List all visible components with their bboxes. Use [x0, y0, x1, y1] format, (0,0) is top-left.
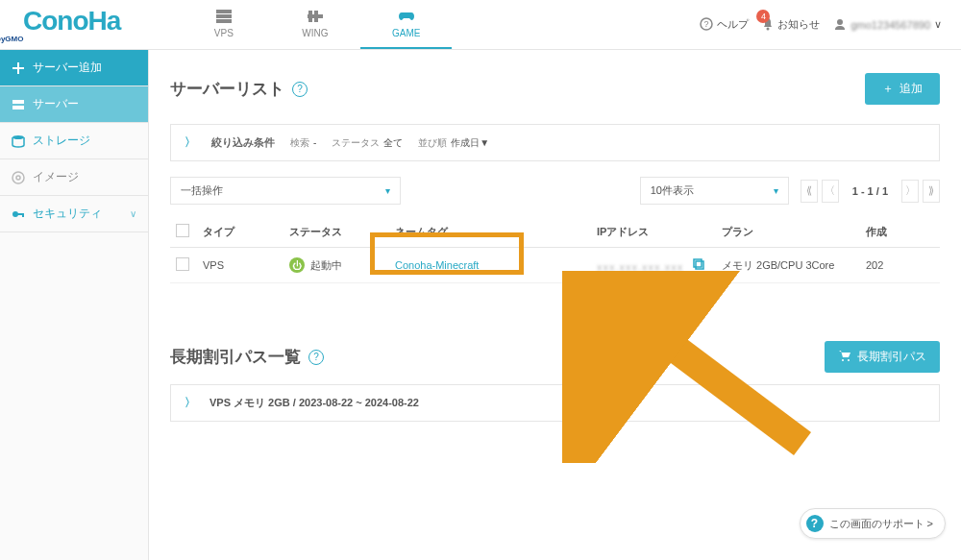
- server-icon: [12, 98, 25, 111]
- svg-rect-21: [694, 259, 702, 267]
- select-all-checkbox[interactable]: [176, 224, 189, 237]
- logo-sub: byGMO: [0, 35, 120, 43]
- svg-rect-1: [216, 14, 232, 18]
- svg-rect-20: [696, 261, 703, 269]
- svg-rect-13: [12, 106, 24, 110]
- page-first-button[interactable]: ⟪: [801, 180, 818, 203]
- sidebar-add-server[interactable]: サーバー追加: [0, 50, 148, 86]
- table-row: VPS ⏻起動中 Conoha-Minecraft xxx.xxx.xxx.xx…: [170, 248, 940, 283]
- per-page-select[interactable]: 10件表示 ▾: [640, 177, 789, 205]
- key-icon: [12, 207, 25, 221]
- tab-label: VPS: [214, 28, 234, 38]
- svg-rect-19: [22, 213, 24, 217]
- svg-rect-0: [216, 10, 232, 13]
- filter-bar[interactable]: 〉 絞り込み条件 検索- ステータス全て 並び順作成日▼: [170, 124, 940, 161]
- svg-rect-5: [308, 14, 323, 18]
- col-type: タイプ: [197, 216, 283, 248]
- logo[interactable]: ConoHa byGMO: [23, 6, 120, 43]
- svg-rect-11: [12, 67, 24, 69]
- chevron-down-icon: ▾: [774, 185, 778, 196]
- add-server-button[interactable]: ＋ 追加: [865, 73, 940, 105]
- nametag-link[interactable]: Conoha-Minecraft: [395, 259, 479, 271]
- server-table: タイプ ステータス ネームタグ IPアドレス プラン 作成 VPS ⏻起動中 C: [170, 216, 940, 283]
- notice-badge: 4: [756, 10, 770, 23]
- plus-icon: [12, 61, 25, 75]
- sidebar-item-security[interactable]: セキュリティ ∨: [0, 196, 148, 232]
- copy-icon[interactable]: [692, 261, 705, 273]
- help-icon[interactable]: ?: [292, 82, 308, 97]
- help-icon[interactable]: ?: [308, 350, 324, 365]
- svg-point-16: [16, 176, 20, 180]
- svg-point-23: [848, 359, 850, 361]
- cell-type: VPS: [197, 248, 283, 283]
- svg-point-9: [837, 19, 843, 25]
- col-status: ステータス: [283, 216, 389, 248]
- page-title: サーバーリスト: [170, 78, 284, 100]
- user-menu[interactable]: gmo1234567890 ∨: [833, 17, 942, 33]
- sidebar-item-image[interactable]: イメージ: [0, 159, 148, 196]
- col-plan: プラン: [716, 216, 860, 248]
- help-icon: ?: [700, 17, 713, 33]
- cell-status: 起動中: [310, 259, 342, 271]
- notice-link[interactable]: 4 お知らせ: [762, 17, 820, 33]
- svg-point-8: [767, 27, 770, 30]
- page-prev-button[interactable]: 〈: [822, 180, 839, 203]
- cell-created: 202: [860, 248, 940, 283]
- tab-label: WING: [302, 28, 328, 38]
- filter-title: 絞り込み条件: [211, 135, 275, 150]
- user-icon: [833, 17, 847, 33]
- tab-wing[interactable]: WING: [269, 0, 360, 49]
- logo-text: ConoHa: [23, 6, 120, 36]
- svg-rect-12: [12, 100, 24, 104]
- svg-text:?: ?: [704, 19, 709, 29]
- svg-rect-2: [216, 19, 232, 23]
- section-title: 長期割引パス一覧: [170, 346, 301, 368]
- col-created: 作成: [860, 216, 940, 248]
- sidebar: サーバー追加 サーバー ストレージ イメージ セキュリティ ∨: [0, 50, 149, 560]
- wing-icon: [307, 9, 324, 24]
- storage-icon: [12, 134, 25, 148]
- col-ip: IPアドレス: [591, 216, 716, 248]
- user-id: gmo1234567890: [850, 19, 930, 31]
- pass-row[interactable]: 〉 VPS メモリ 2GB / 2023-08-22 ~ 2024-08-22: [170, 384, 940, 422]
- help-icon: ?: [806, 515, 824, 532]
- row-checkbox[interactable]: [176, 257, 189, 271]
- cell-ip: xxx.xxx.xxx.xxx: [597, 261, 683, 273]
- bulk-action-select[interactable]: 一括操作 ▾: [170, 177, 401, 205]
- col-nametag: ネームタグ: [389, 216, 591, 248]
- svg-point-14: [12, 135, 24, 139]
- chevron-down-icon: ∨: [130, 208, 136, 219]
- plus-icon: ＋: [882, 81, 894, 97]
- sidebar-item-server[interactable]: サーバー: [0, 86, 148, 123]
- gamepad-icon: [398, 9, 415, 24]
- page-next-button[interactable]: 〉: [901, 180, 919, 203]
- page-support-button[interactable]: ? この画面のサポート >: [800, 508, 946, 539]
- service-tabs: VPS WING GAME: [178, 0, 452, 49]
- tab-game[interactable]: GAME: [360, 0, 452, 49]
- svg-point-15: [12, 172, 24, 183]
- sidebar-item-storage[interactable]: ストレージ: [0, 123, 148, 159]
- expand-icon: 〉: [185, 395, 196, 411]
- cell-plan: メモリ 2GB/CPU 3Core: [716, 248, 860, 283]
- power-on-icon: ⏻: [289, 257, 305, 273]
- chevron-down-icon: ▾: [385, 185, 390, 196]
- cart-icon: [838, 349, 851, 365]
- tab-label: GAME: [392, 28, 420, 38]
- disc-icon: [12, 171, 25, 184]
- tab-vps[interactable]: VPS: [178, 0, 269, 49]
- svg-point-22: [842, 359, 844, 361]
- help-link[interactable]: ? ヘルプ: [700, 17, 749, 33]
- page-info: 1 - 1 / 1: [852, 185, 888, 197]
- long-term-pass-button[interactable]: 長期割引パス: [825, 341, 940, 373]
- bell-icon: 4: [762, 17, 774, 33]
- pagination: ⟪ 〈 1 - 1 / 1 〉 ⟫: [801, 180, 940, 203]
- chevron-down-icon: ∨: [934, 18, 942, 31]
- page-last-button[interactable]: ⟫: [923, 180, 940, 203]
- server-rack-icon: [215, 9, 233, 24]
- expand-icon: 〉: [185, 134, 196, 151]
